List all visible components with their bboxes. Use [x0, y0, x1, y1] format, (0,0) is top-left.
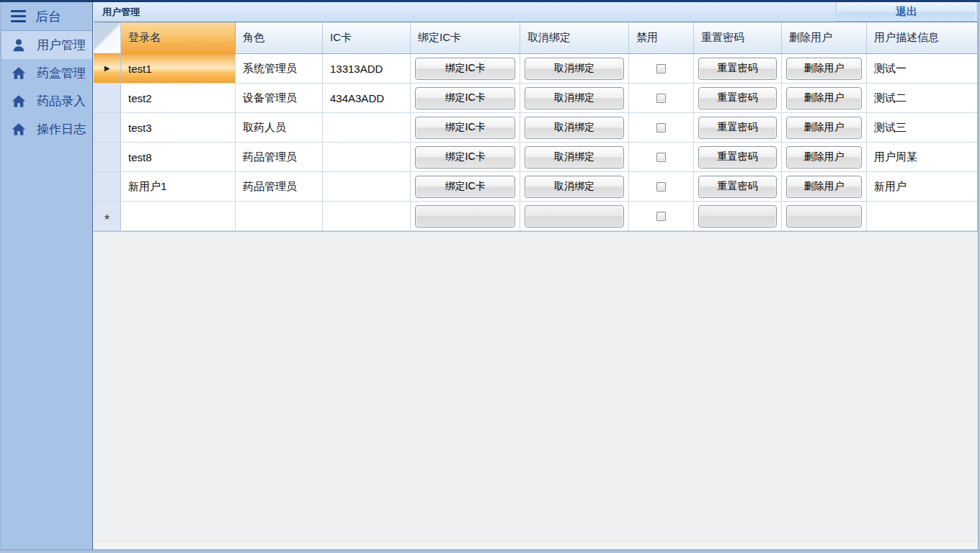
unbind-cell: 取消绑定 — [520, 113, 629, 142]
bind-ic-button[interactable]: 绑定IC卡 — [415, 58, 515, 80]
role-cell[interactable]: 设备管理员 — [236, 84, 323, 112]
description-cell[interactable]: 测试三 — [867, 113, 977, 142]
disable-checkbox[interactable] — [656, 153, 666, 162]
delete-user-button[interactable]: 删除用户 — [786, 176, 862, 198]
login-cell[interactable]: test1 — [121, 54, 236, 83]
column-header-ic-card[interactable]: IC卡 — [323, 22, 411, 53]
delete-user-cell: 删除用户 — [782, 54, 867, 83]
table-row: test8 药品管理员 绑定IC卡 取消绑定 重置密码 删除用户 用户周某 — [94, 143, 977, 172]
reset-password-button[interactable]: 重置密码 — [698, 117, 777, 139]
unbind-cell: 取消绑定 — [520, 172, 629, 201]
row-indicator-cell[interactable] — [94, 113, 121, 142]
description-cell[interactable]: 用户周某 — [867, 143, 977, 171]
bind-ic-cell: 绑定IC卡 — [411, 143, 520, 171]
reset-password-cell: 重置密码 — [694, 113, 782, 142]
table-row: ▶ test1 系统管理员 13313ADD 绑定IC卡 取消绑定 重置密码 删… — [94, 54, 977, 84]
role-cell[interactable]: 药品管理员 — [236, 172, 323, 201]
delete-user-cell — [782, 202, 867, 230]
row-indicator-cell[interactable] — [94, 84, 121, 112]
description-cell[interactable] — [867, 202, 977, 230]
bind-ic-cell — [411, 202, 520, 230]
sidebar-item-medicine-box-management[interactable]: 药盒管理 — [1, 59, 92, 87]
column-header-description[interactable]: 用户描述信息 — [867, 22, 977, 53]
delete-user-button[interactable]: 删除用户 — [786, 87, 862, 109]
home-icon — [11, 94, 27, 109]
ic-card-cell[interactable]: 434A3ADD — [323, 84, 411, 112]
hamburger-menu-icon[interactable] — [11, 10, 26, 22]
unbind-button[interactable]: 取消绑定 — [525, 117, 624, 139]
ic-card-cell[interactable] — [323, 143, 411, 171]
disable-checkbox[interactable] — [656, 182, 666, 192]
role-cell[interactable] — [236, 202, 323, 230]
delete-user-button[interactable]: 删除用户 — [786, 117, 862, 139]
column-header-unbind[interactable]: 取消绑定 — [520, 22, 629, 53]
column-header-disable[interactable]: 禁用 — [629, 22, 694, 53]
unbind-button[interactable]: 取消绑定 — [525, 87, 624, 109]
disable-checkbox[interactable] — [656, 64, 666, 73]
row-indicator-cell[interactable] — [94, 143, 121, 171]
ic-card-cell[interactable]: 13313ADD — [323, 54, 411, 83]
role-cell[interactable]: 取药人员 — [236, 113, 323, 142]
unbind-button[interactable]: 取消绑定 — [525, 58, 624, 80]
login-cell[interactable]: test3 — [121, 113, 236, 142]
description-cell[interactable]: 测试二 — [867, 84, 977, 112]
reset-password-button[interactable]: 重置密码 — [698, 176, 777, 198]
bind-ic-button[interactable]: 绑定IC卡 — [415, 176, 515, 198]
unbind-cell: 取消绑定 — [520, 54, 629, 83]
reset-password-button[interactable]: 重置密码 — [698, 87, 777, 109]
disable-cell — [629, 84, 694, 112]
ic-card-cell[interactable] — [323, 202, 411, 230]
bind-ic-button[interactable] — [415, 205, 515, 228]
role-cell[interactable]: 系统管理员 — [236, 54, 323, 83]
delete-user-button[interactable]: 删除用户 — [786, 58, 862, 80]
role-cell[interactable]: 药品管理员 — [236, 143, 323, 171]
reset-password-button[interactable]: 重置密码 — [698, 58, 777, 80]
ic-card-cell[interactable] — [323, 172, 411, 201]
column-header-reset-password[interactable]: 重置密码 — [694, 22, 782, 53]
disable-cell — [629, 172, 694, 201]
row-indicator-cell[interactable]: ▶ — [94, 54, 121, 83]
reset-password-button[interactable]: 重置密码 — [698, 146, 777, 168]
row-indicator-cell[interactable] — [94, 172, 121, 201]
bind-ic-button[interactable]: 绑定IC卡 — [415, 146, 515, 168]
reset-password-cell: 重置密码 — [694, 84, 782, 112]
unbind-cell: 取消绑定 — [520, 143, 629, 171]
login-cell[interactable]: 新用户1 — [121, 172, 236, 201]
description-cell[interactable]: 新用户 — [867, 172, 977, 201]
tab-user-management[interactable]: 用户管理 — [102, 2, 140, 22]
sidebar-item-user-management[interactable]: 用户管理 — [1, 31, 92, 59]
bind-ic-button[interactable]: 绑定IC卡 — [415, 87, 515, 109]
unbind-button[interactable]: 取消绑定 — [525, 146, 624, 168]
ic-card-cell[interactable] — [323, 113, 411, 142]
delete-user-button[interactable] — [786, 205, 862, 228]
status-strip — [94, 541, 978, 549]
disable-checkbox[interactable] — [656, 123, 666, 132]
unbind-button[interactable] — [525, 205, 624, 228]
bind-ic-cell: 绑定IC卡 — [411, 84, 520, 112]
reset-password-button[interactable] — [698, 205, 777, 228]
bind-ic-button[interactable]: 绑定IC卡 — [415, 117, 515, 139]
sidebar-item-operation-log[interactable]: 操作日志 — [1, 115, 92, 143]
bind-ic-cell: 绑定IC卡 — [411, 113, 520, 142]
column-header-bind-ic[interactable]: 绑定IC卡 — [411, 22, 520, 53]
select-all-corner-cell[interactable] — [94, 22, 121, 53]
reset-password-cell: 重置密码 — [694, 172, 782, 201]
disable-checkbox[interactable] — [656, 94, 666, 103]
disable-checkbox[interactable] — [656, 212, 666, 221]
login-cell[interactable]: test8 — [121, 143, 236, 171]
description-cell[interactable]: 测试一 — [867, 54, 977, 83]
new-row-indicator-cell[interactable]: * — [94, 202, 121, 230]
column-header-login[interactable]: 登录名 — [121, 22, 236, 53]
login-cell[interactable]: test2 — [121, 84, 236, 112]
sidebar-item-medicine-entry[interactable]: 药品录入 — [1, 87, 92, 115]
login-cell[interactable] — [121, 202, 236, 230]
exit-button[interactable]: 退出 — [837, 2, 976, 21]
column-header-delete-user[interactable]: 删除用户 — [782, 22, 867, 53]
user-table: 登录名 角色 IC卡 绑定IC卡 取消绑定 禁用 重置密码 删除用户 用户描述信… — [94, 22, 978, 232]
delete-user-cell: 删除用户 — [782, 172, 867, 201]
reset-password-cell: 重置密码 — [694, 143, 782, 171]
unbind-button[interactable]: 取消绑定 — [525, 176, 624, 198]
delete-user-button[interactable]: 删除用户 — [786, 146, 862, 168]
sidebar-header[interactable]: 后台 — [1, 2, 92, 31]
column-header-role[interactable]: 角色 — [236, 22, 323, 53]
